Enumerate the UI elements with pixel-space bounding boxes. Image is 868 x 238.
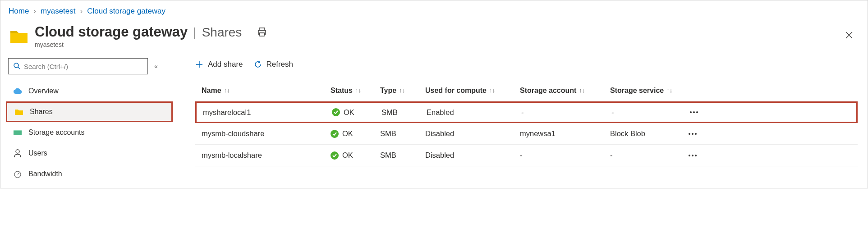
sidebar-item-storage-accounts[interactable]: Storage accounts bbox=[6, 122, 173, 143]
svg-rect-1 bbox=[260, 33, 264, 36]
gauge-icon bbox=[13, 170, 22, 178]
sort-icon: ↑↓ bbox=[355, 87, 361, 94]
refresh-button[interactable]: Refresh bbox=[254, 60, 294, 69]
search-input[interactable] bbox=[24, 63, 143, 70]
page-section: Shares bbox=[202, 25, 242, 40]
sort-icon: ↑↓ bbox=[399, 87, 405, 94]
cell-status: OK bbox=[332, 108, 381, 117]
add-share-button[interactable]: Add share bbox=[195, 60, 243, 69]
storage-icon bbox=[13, 129, 22, 136]
svg-point-5 bbox=[16, 150, 19, 153]
column-status[interactable]: Status↑↓ bbox=[331, 87, 380, 95]
print-icon[interactable] bbox=[257, 27, 267, 38]
cell-account: mynewsa1 bbox=[520, 129, 610, 138]
column-name[interactable]: Name↑↓ bbox=[195, 87, 331, 95]
sidebar-item-label: Shares bbox=[30, 108, 53, 116]
sidebar-item-label: Overview bbox=[28, 87, 59, 95]
sidebar-item-label: Storage accounts bbox=[28, 128, 85, 137]
chevron-right-icon: › bbox=[33, 7, 36, 16]
table-header-row: Name↑↓ Status↑↓ Type↑↓ Used for compute↑… bbox=[195, 80, 858, 101]
sidebar-item-label: Users bbox=[28, 149, 47, 157]
cell-status: OK bbox=[331, 151, 380, 160]
sort-icon: ↑↓ bbox=[666, 87, 672, 94]
breadcrumb-current[interactable]: Cloud storage gateway bbox=[87, 7, 165, 16]
breadcrumb-resource[interactable]: myasetest bbox=[41, 7, 75, 16]
row-menu-icon[interactable] bbox=[689, 133, 700, 135]
svg-rect-4 bbox=[14, 130, 22, 131]
main-content: Add share Refresh Name↑↓ Status↑↓ Type↑↓… bbox=[173, 58, 862, 184]
page-subtitle: myasetest bbox=[35, 41, 267, 48]
column-account[interactable]: Storage account↑↓ bbox=[520, 87, 610, 95]
row-menu-icon[interactable] bbox=[690, 111, 702, 113]
cell-account: - bbox=[520, 151, 610, 160]
breadcrumb: Home › myasetest › Cloud storage gateway bbox=[6, 5, 862, 22]
svg-point-2 bbox=[14, 63, 18, 68]
sidebar-item-users[interactable]: Users bbox=[6, 143, 173, 164]
ok-status-icon bbox=[332, 108, 340, 116]
sidebar-item-shares[interactable]: Shares bbox=[6, 101, 173, 122]
refresh-icon bbox=[254, 60, 262, 69]
user-icon bbox=[13, 149, 22, 157]
sidebar-item-label: Bandwidth bbox=[28, 170, 62, 178]
sort-icon: ↑↓ bbox=[224, 87, 230, 94]
cell-service: Block Blob bbox=[610, 129, 682, 138]
folder-icon bbox=[10, 29, 28, 43]
cell-compute: Disabled bbox=[425, 129, 520, 138]
cell-type: SMB bbox=[380, 129, 425, 138]
ok-status-icon bbox=[331, 130, 339, 138]
plus-icon bbox=[195, 60, 203, 69]
row-menu-icon[interactable] bbox=[689, 155, 700, 156]
column-compute[interactable]: Used for compute↑↓ bbox=[425, 87, 520, 95]
sort-icon: ↑↓ bbox=[489, 87, 495, 94]
page-title: Cloud storage gateway bbox=[35, 24, 188, 40]
svg-rect-0 bbox=[259, 28, 265, 30]
cell-status: OK bbox=[331, 129, 380, 138]
collapse-sidebar-icon[interactable]: « bbox=[154, 63, 158, 70]
command-label: Add share bbox=[208, 60, 243, 69]
ok-status-icon bbox=[331, 151, 339, 160]
cell-name: mysmb-localshare bbox=[195, 151, 331, 160]
chevron-right-icon: › bbox=[80, 7, 83, 16]
cell-name: mysharelocal1 bbox=[197, 108, 332, 117]
cell-service: - bbox=[610, 151, 682, 160]
folder-small-icon bbox=[14, 109, 23, 115]
breadcrumb-home[interactable]: Home bbox=[9, 7, 29, 16]
page-header: Cloud storage gateway | Shares myasetest bbox=[6, 22, 862, 49]
table-row[interactable]: mysmb-cloudshare OK SMB Disabled mynewsa… bbox=[195, 123, 858, 145]
cell-compute: Disabled bbox=[425, 151, 520, 160]
cell-name: mysmb-cloudshare bbox=[195, 129, 331, 138]
sidebar: « Overview Shares Storage accounts bbox=[6, 58, 173, 184]
title-divider: | bbox=[192, 25, 197, 40]
command-bar: Add share Refresh bbox=[195, 58, 858, 76]
command-label: Refresh bbox=[266, 60, 294, 69]
column-type[interactable]: Type↑↓ bbox=[380, 87, 425, 95]
cloud-icon bbox=[13, 88, 22, 94]
column-service[interactable]: Storage service↑↓ bbox=[610, 87, 682, 95]
cell-compute: Enabled bbox=[427, 108, 521, 117]
shares-table: Name↑↓ Status↑↓ Type↑↓ Used for compute↑… bbox=[195, 80, 858, 166]
cell-service: - bbox=[611, 108, 684, 117]
sidebar-item-bandwidth[interactable]: Bandwidth bbox=[6, 164, 173, 184]
cell-type: SMB bbox=[380, 151, 425, 160]
table-row[interactable]: mysmb-localshare OK SMB Disabled - - bbox=[195, 145, 858, 166]
cell-account: - bbox=[521, 108, 611, 117]
sidebar-item-overview[interactable]: Overview bbox=[6, 81, 173, 101]
search-icon bbox=[13, 62, 20, 71]
search-box[interactable] bbox=[8, 58, 148, 74]
table-row[interactable]: mysharelocal1 OK SMB Enabled - - bbox=[195, 101, 858, 123]
cell-type: SMB bbox=[381, 108, 427, 117]
sort-icon: ↑↓ bbox=[579, 87, 585, 94]
close-icon[interactable] bbox=[840, 28, 858, 44]
